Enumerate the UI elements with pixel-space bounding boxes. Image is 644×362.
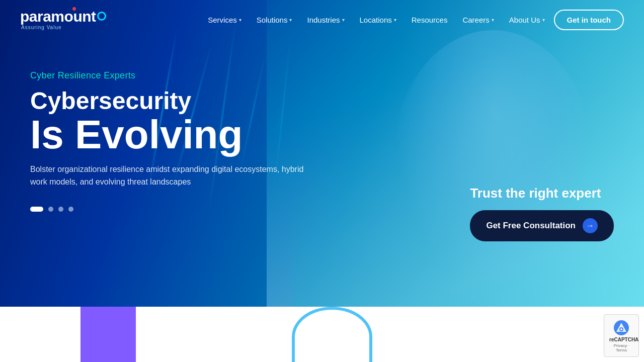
about-chevron-icon: ▾ <box>542 17 545 23</box>
slide-dots <box>30 207 307 212</box>
hero-title-line1: Cybersecurity <box>30 88 307 115</box>
trust-text: Trust the right expert <box>470 186 614 201</box>
logo-i: o <box>64 9 73 24</box>
purple-decorative-shape <box>80 307 136 362</box>
dot-1-active[interactable] <box>30 207 43 212</box>
recaptcha-links: Privacy · Terms <box>609 343 633 352</box>
services-chevron-icon: ▾ <box>239 17 242 23</box>
careers-chevron-icon: ▾ <box>492 17 494 23</box>
blue-decorative-shape <box>292 307 372 362</box>
hero-description: Bolster organizational resilience amidst… <box>30 163 307 189</box>
logo-tagline: Assuring Value <box>21 25 106 30</box>
recaptcha-badge: reCAPTCHA Privacy · Terms <box>604 314 639 357</box>
industries-chevron-icon: ▾ <box>342 17 345 23</box>
logo[interactable]: paramount Assuring Value <box>20 9 106 30</box>
hero-subtitle: Cyber Resilience Experts <box>30 70 307 81</box>
nav-locations[interactable]: Locations ▾ <box>354 12 403 28</box>
svg-point-2 <box>620 328 622 330</box>
hero-content: Cyber Resilience Experts Cybersecurity I… <box>30 70 307 212</box>
dot-2[interactable] <box>48 207 53 212</box>
nav-solutions[interactable]: Solutions ▾ <box>251 12 298 28</box>
get-in-touch-button[interactable]: Get in touch <box>554 10 624 30</box>
consultation-button[interactable]: Get Free Consultation → <box>470 210 614 241</box>
hero-cta-area: Trust the right expert Get Free Consulta… <box>470 186 614 241</box>
logo-circle-icon <box>97 12 106 21</box>
nav-careers[interactable]: Careers ▾ <box>456 12 500 28</box>
main-nav: Services ▾ Solutions ▾ Industries ▾ <box>202 10 624 30</box>
nav-about[interactable]: About Us ▾ <box>503 12 551 28</box>
dot-3[interactable] <box>58 207 63 212</box>
solutions-chevron-icon: ▾ <box>289 17 292 23</box>
hero-title: Cybersecurity Is Evolving <box>30 88 307 155</box>
below-hero-section <box>0 307 644 362</box>
navbar: paramount Assuring Value Services ▾ Solu… <box>0 0 644 39</box>
recaptcha-title: reCAPTCHA <box>609 337 633 342</box>
logo-text: paramount <box>20 9 96 24</box>
locations-chevron-icon: ▾ <box>394 17 396 23</box>
hero-title-line2: Is Evolving <box>30 115 307 155</box>
nav-services[interactable]: Services ▾ <box>202 12 248 28</box>
recaptcha-icon <box>613 320 629 336</box>
nav-resources[interactable]: Resources <box>406 12 454 28</box>
dot-4[interactable] <box>68 207 73 212</box>
arrow-right-icon: → <box>583 218 598 233</box>
nav-industries[interactable]: Industries ▾ <box>301 12 350 28</box>
